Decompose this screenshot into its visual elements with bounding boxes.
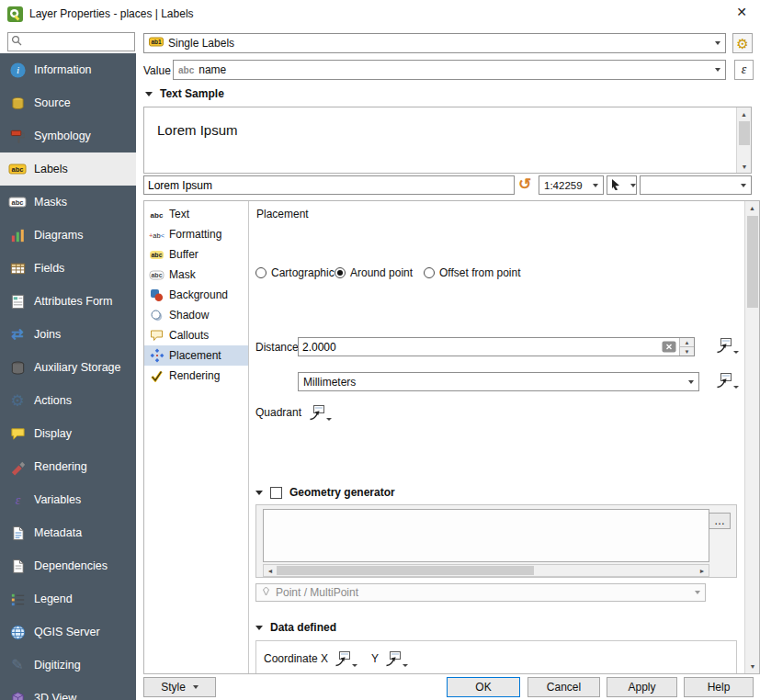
tab-callouts[interactable]: Callouts [144, 325, 248, 345]
scroll-up-icon[interactable]: ▲ [745, 201, 759, 215]
label-mode-value: Single Labels [168, 37, 234, 50]
sidebar-item-symbology[interactable]: Symbology [0, 119, 136, 152]
tab-background[interactable]: Background [144, 285, 248, 305]
geometry-generator-expression[interactable] [263, 509, 709, 562]
sidebar-item-joins[interactable]: ⇄ Joins [0, 318, 136, 351]
ok-button[interactable]: OK [447, 677, 520, 697]
sidebar-item-digitizing[interactable]: ✎ Digitizing [0, 649, 136, 682]
expression-builder-button[interactable]: ε [734, 60, 754, 80]
geometry-generator-checkbox[interactable] [270, 487, 282, 499]
close-button[interactable]: ✕ [733, 6, 750, 22]
units-data-defined-button[interactable] [716, 372, 739, 389]
expression-more-button[interactable]: … [709, 513, 731, 529]
sidebar-item-qgis-server[interactable]: QGIS Server [0, 615, 136, 649]
chevron-down-icon [403, 664, 408, 667]
distance-data-defined-button[interactable] [716, 337, 739, 354]
label-mode-combo[interactable]: ab1 Single Labels [143, 33, 726, 53]
tab-shadow[interactable]: Shadow [144, 305, 248, 325]
preview-scale-combo[interactable]: 1:42259 [539, 175, 604, 195]
scroll-down-icon[interactable]: ▼ [745, 660, 760, 673]
scrollbar-thumb[interactable] [747, 216, 758, 308]
sidebar-item-diagrams[interactable]: Diagrams [0, 219, 136, 252]
preview-background-combo[interactable] [640, 175, 752, 195]
coordinate-y-data-defined-button[interactable] [385, 650, 408, 667]
tab-formatting[interactable]: +ab< Formatting [144, 224, 248, 244]
sidebar-item-actions[interactable]: ⚙ Actions [0, 384, 136, 417]
apply-button[interactable]: Apply [607, 677, 677, 697]
value-field-combo[interactable]: abc name [173, 60, 726, 80]
geometry-generator-section-header[interactable]: Geometry generator [255, 486, 395, 499]
text-sample-preview-box: Lorem Ipsum ▲ ▼ [143, 107, 752, 174]
sidebar-search[interactable] [7, 32, 135, 51]
spin-up-icon[interactable]: ▲ [680, 338, 694, 346]
tab-buffer[interactable]: abc Buffer [144, 244, 248, 265]
reset-sample-icon[interactable]: ↺ [518, 176, 531, 192]
scrollbar-thumb[interactable] [277, 566, 534, 575]
sidebar-item-labels[interactable]: abc Labels [0, 152, 136, 186]
scroll-down-icon[interactable]: ▼ [737, 160, 752, 173]
radio-cartographic[interactable]: Cartographic [255, 266, 335, 279]
sidebar-item-masks[interactable]: abc Masks [0, 186, 136, 219]
titlebar: Layer Properties - places | Labels ✕ [0, 0, 760, 28]
expression-h-scrollbar[interactable]: ◄ ► [263, 564, 709, 577]
auto-placement-settings-button[interactable]: ⚙ [732, 33, 753, 53]
cancel-button[interactable]: Cancel [527, 677, 600, 697]
label-settings-tab-list: abc Text +ab< Formatting abc Buffer abc … [144, 201, 249, 673]
placement-panel-scrollbar[interactable]: ▲ ▼ [744, 201, 759, 673]
sidebar-item-auxiliary-storage[interactable]: Auxiliary Storage [0, 351, 136, 384]
scale-value: 1:42259 [544, 180, 583, 191]
clear-value-icon[interactable] [662, 341, 676, 353]
sidebar-item-variables[interactable]: ε Variables [0, 483, 136, 516]
scroll-up-icon[interactable]: ▲ [737, 107, 751, 120]
quadrant-data-defined-button[interactable] [309, 404, 332, 421]
map-settings-split-button[interactable] [607, 175, 637, 195]
coordinate-x-label: Coordinate X [264, 652, 328, 665]
sidebar-item-legend[interactable]: Legend [0, 582, 136, 615]
text-sample-section-header[interactable]: Text Sample [145, 87, 224, 100]
sidebar-item-metadata[interactable]: Metadata [0, 516, 136, 549]
distance-spinbox[interactable]: ▲ ▼ [298, 337, 695, 356]
geometry-type-combo[interactable]: Point / MultiPoint [255, 583, 706, 602]
fields-icon [8, 259, 27, 277]
search-input[interactable] [25, 36, 131, 49]
distance-units-combo[interactable]: Millimeters [298, 372, 699, 391]
tab-placement[interactable]: Placement [144, 345, 248, 366]
style-menu-button[interactable]: Style [143, 677, 216, 697]
quadrant-row: Quadrant [255, 404, 332, 421]
mask-icon: abc [149, 267, 164, 282]
sidebar-item-attributes-form[interactable]: Attributes Form [0, 285, 136, 318]
sidebar-item-3d-view[interactable]: 3D View [0, 682, 136, 700]
distance-input[interactable] [299, 341, 662, 354]
help-button[interactable]: Help [684, 677, 754, 697]
sidebar-item-dependencies[interactable]: Dependencies [0, 549, 136, 582]
chevron-down-icon [715, 41, 720, 45]
scrollbar-thumb[interactable] [739, 121, 750, 145]
shadow-icon [149, 308, 164, 322]
distance-spinner[interactable]: ▲ ▼ [679, 338, 694, 356]
data-defined-section-header[interactable]: Data defined [255, 621, 336, 634]
sidebar-item-information[interactable]: i Information [0, 53, 136, 86]
spin-down-icon[interactable]: ▼ [680, 346, 694, 356]
digitizing-pencil-icon: ✎ [8, 656, 27, 674]
sample-scrollbar[interactable]: ▲ ▼ [736, 107, 751, 173]
tab-rendering[interactable]: Rendering [144, 366, 248, 386]
sidebar-item-rendering[interactable]: Rendering [0, 450, 136, 483]
scroll-right-icon[interactable]: ► [696, 565, 709, 576]
radio-around-point[interactable]: Around point [335, 266, 413, 279]
svg-text:abc: abc [12, 198, 24, 207]
qgis-server-globe-icon [8, 623, 27, 641]
sidebar-item-display[interactable]: Display [0, 417, 136, 450]
data-defined-frame: Coordinate X Y [255, 640, 737, 674]
qgis-logo-icon [7, 6, 23, 22]
legend-icon [8, 590, 27, 608]
gear-icon: ⚙ [736, 37, 748, 51]
sidebar-item-source[interactable]: Source [0, 86, 136, 119]
chevron-down-icon [688, 380, 694, 384]
coordinate-x-data-defined-button[interactable] [335, 650, 357, 667]
sample-text-input[interactable] [143, 175, 515, 195]
tab-text[interactable]: abc Text [144, 204, 248, 224]
scroll-left-icon[interactable]: ◄ [264, 565, 277, 576]
radio-offset-from-point[interactable]: Offset from point [424, 266, 520, 279]
tab-mask[interactable]: abc Mask [144, 265, 248, 285]
sidebar-item-fields[interactable]: Fields [0, 252, 136, 285]
